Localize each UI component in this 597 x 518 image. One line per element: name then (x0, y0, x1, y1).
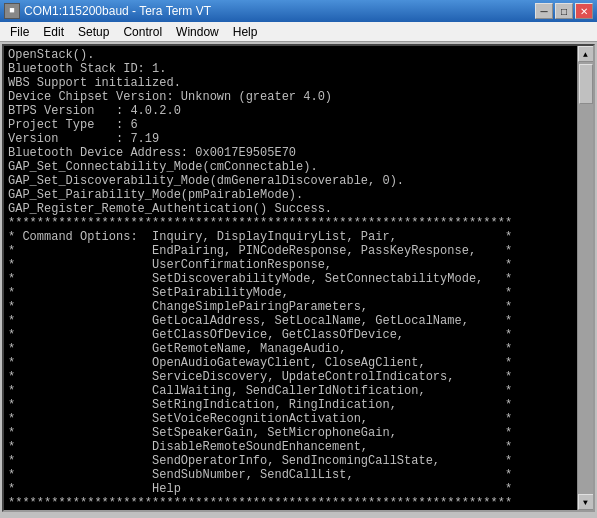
menu-help[interactable]: Help (227, 23, 264, 41)
app-icon: ■ (4, 3, 20, 19)
scroll-track[interactable] (578, 62, 593, 494)
terminal-output[interactable]: OpenStack(). Bluetooth Stack ID: 1. WBS … (4, 46, 577, 510)
minimize-button[interactable]: ─ (535, 3, 553, 19)
maximize-button[interactable]: □ (555, 3, 573, 19)
window-title: COM1:115200baud - Tera Term VT (24, 4, 211, 18)
scroll-up-button[interactable]: ▲ (578, 46, 594, 62)
title-buttons: ─ □ ✕ (535, 3, 593, 19)
scroll-down-button[interactable]: ▼ (578, 494, 594, 510)
title-bar-left: ■ COM1:115200baud - Tera Term VT (4, 3, 211, 19)
terminal-wrapper: OpenStack(). Bluetooth Stack ID: 1. WBS … (2, 44, 595, 512)
title-bar: ■ COM1:115200baud - Tera Term VT ─ □ ✕ (0, 0, 597, 22)
scroll-thumb[interactable] (579, 64, 593, 104)
menu-window[interactable]: Window (170, 23, 225, 41)
menu-edit[interactable]: Edit (37, 23, 70, 41)
menu-bar: File Edit Setup Control Window Help (0, 22, 597, 42)
menu-file[interactable]: File (4, 23, 35, 41)
menu-control[interactable]: Control (117, 23, 168, 41)
scrollbar: ▲ ▼ (577, 46, 593, 510)
menu-setup[interactable]: Setup (72, 23, 115, 41)
close-button[interactable]: ✕ (575, 3, 593, 19)
